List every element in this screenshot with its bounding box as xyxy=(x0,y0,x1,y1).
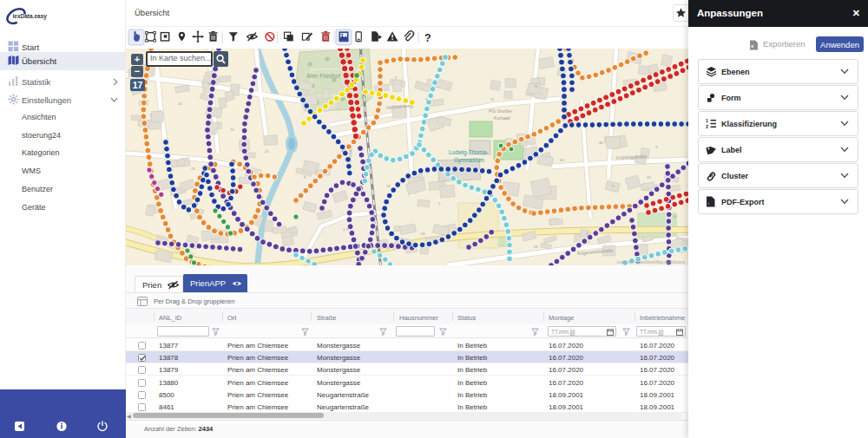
svg-text:25: 25 xyxy=(191,167,195,171)
svg-text:15: 15 xyxy=(647,175,651,180)
svg-text:71: 71 xyxy=(534,84,538,88)
svg-text:23: 23 xyxy=(178,101,182,106)
svg-text:2: 2 xyxy=(706,124,708,129)
svg-text:Leaflet | © OpenStreetMap cont: Leaflet | © OpenStreetMap contributors xyxy=(617,259,686,265)
svg-text:13: 13 xyxy=(230,127,234,132)
svg-text:14: 14 xyxy=(673,214,677,219)
svg-text:50: 50 xyxy=(560,158,564,162)
svg-text:Alter Friedhof: Alter Friedhof xyxy=(306,73,340,79)
svg-text:PG Großer: PG Großer xyxy=(489,108,512,114)
svg-text:16: 16 xyxy=(208,82,213,86)
svg-text:Ludwig-Thoma-: Ludwig-Thoma- xyxy=(449,149,488,156)
svg-text:54: 54 xyxy=(421,232,425,236)
svg-text:lexData.easy: lexData.easy xyxy=(13,13,48,20)
svg-text:11: 11 xyxy=(490,97,495,101)
svg-text:↓: ↓ xyxy=(707,200,710,206)
svg-text:13: 13 xyxy=(386,184,391,188)
svg-text:?: ? xyxy=(424,32,431,44)
svg-text:Gymnasium: Gymnasium xyxy=(454,157,484,164)
svg-text:1: 1 xyxy=(706,118,708,123)
svg-text:21: 21 xyxy=(265,149,269,154)
svg-text:46: 46 xyxy=(599,141,603,145)
svg-text:54: 54 xyxy=(534,245,538,249)
svg-text:Kursaal: Kursaal xyxy=(494,115,510,121)
svg-text:1-3: 1-3 xyxy=(343,227,349,232)
